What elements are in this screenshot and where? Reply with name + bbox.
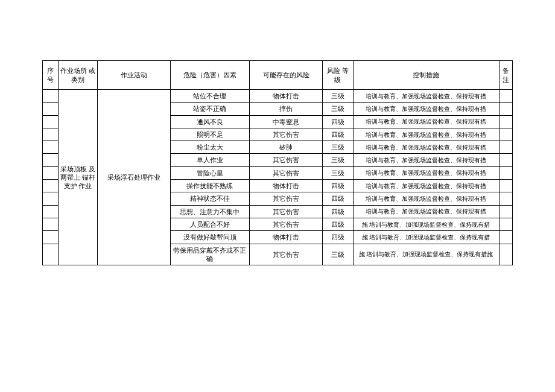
header-level: 风险 等级 (323, 61, 353, 90)
cell-hazard: 思想、注意力不集中 (170, 205, 249, 218)
cell-risk: 其它伤害 (250, 166, 323, 179)
cell-remark (499, 128, 512, 141)
cell-level: 四级 (323, 128, 353, 141)
cell-risk: 其它伤害 (250, 205, 323, 218)
cell-risk: 其它伤害 (250, 244, 323, 265)
cell-measure: 培训与教育、加强现场监督检查、保持现有措 (353, 166, 499, 179)
cell-measure: 施 培训与教育、加强现场监督检查、保持现有措施 (353, 244, 499, 265)
cell-level: 四级 (323, 180, 353, 192)
cell-hazard: 站姿不正确 (170, 103, 249, 115)
cell-seq (43, 180, 59, 192)
cell-seq (43, 218, 59, 230)
cell-remark (499, 244, 512, 265)
cell-measure: 培训与教育、加强现场监督检查、保持现有措 (353, 192, 499, 205)
cell-seq (43, 192, 59, 205)
cell-seq (43, 231, 59, 244)
cell-place: 采场顶板 及两帮上 锚杆支护 作业 (59, 90, 98, 265)
header-activity: 作业活动 (97, 61, 170, 90)
cell-seq (43, 166, 59, 179)
cell-measure: 培训与教育、加强现场监督检查、保持现有措 (353, 205, 499, 218)
cell-level: 三级 (323, 244, 353, 265)
cell-level: 三级 (323, 166, 353, 179)
header-measure: 控制措施 (353, 61, 499, 90)
cell-hazard: 操作技能不熟练 (170, 180, 249, 192)
cell-remark (499, 218, 512, 230)
cell-seq (43, 103, 59, 115)
cell-level: 四级 (323, 205, 353, 218)
cell-risk: 其它伤害 (250, 218, 323, 230)
cell-remark (499, 180, 512, 192)
cell-level: 三级 (323, 90, 353, 103)
cell-remark (499, 231, 512, 244)
cell-measure: 施 培训与教育、加强现场监督检查、保持现有措 (353, 218, 499, 230)
cell-hazard: 没有做好敲帮问顶 (170, 231, 249, 244)
cell-activity: 采场浮石处理作业 (97, 90, 170, 265)
cell-remark (499, 154, 512, 166)
header-risk: 可能存在的风险 (250, 61, 323, 90)
cell-risk: 物体打击 (250, 180, 323, 192)
cell-hazard: 人员配合不好 (170, 218, 249, 230)
table-body: 采场顶板 及两帮上 锚杆支护 作业采场浮石处理作业站位不合理物体打击三级培训与教… (43, 90, 513, 265)
cell-measure: 培训与教育、加强现场监督检查、保持现有措 (353, 141, 499, 154)
cell-level: 三级 (323, 103, 353, 115)
cell-hazard: 通风不良 (170, 115, 249, 128)
header-remark: 备注 (499, 61, 512, 90)
cell-remark (499, 90, 512, 103)
cell-risk: 物体打击 (250, 90, 323, 103)
cell-hazard: 劳保用品穿戴不齐或不正确 (170, 244, 249, 265)
cell-measure: 培训与教育、加强现场监督检查、保持现有措 (353, 154, 499, 166)
cell-measure: 培训与教育、加强现场监督检查、保持现有措 (353, 103, 499, 115)
cell-level: 四级 (323, 192, 353, 205)
cell-hazard: 照明不足 (170, 128, 249, 141)
cell-risk: 物体打击 (250, 231, 323, 244)
cell-hazard: 站位不合理 (170, 90, 249, 103)
cell-remark (499, 192, 512, 205)
cell-remark (499, 205, 512, 218)
cell-seq (43, 205, 59, 218)
cell-remark (499, 115, 512, 128)
cell-hazard: 冒险心里 (170, 166, 249, 179)
table-row: 采场顶板 及两帮上 锚杆支护 作业采场浮石处理作业站位不合理物体打击三级培训与教… (43, 90, 513, 103)
header-seq: 序 号 (43, 61, 59, 90)
cell-seq (43, 115, 59, 128)
cell-level: 四级 (323, 218, 353, 230)
cell-level: 三级 (323, 154, 353, 166)
cell-seq (43, 90, 59, 103)
cell-risk: 矽肺 (250, 141, 323, 154)
cell-level: 四级 (323, 115, 353, 128)
cell-hazard: 精神状态不佳 (170, 192, 249, 205)
cell-measure: 培训与教育、加强现场监督检查、保持现有措 (353, 128, 499, 141)
cell-measure: 培训与教育、加强现场监督检查、保持现有措 (353, 90, 499, 103)
risk-assessment-table: 序 号 作业场所 或类别 作业活动 危险（危害）因素 可能存在的风险 风险 等级… (42, 60, 513, 265)
table-header-row: 序 号 作业场所 或类别 作业活动 危险（危害）因素 可能存在的风险 风险 等级… (43, 61, 513, 90)
cell-risk: 其它伤害 (250, 192, 323, 205)
cell-remark (499, 103, 512, 115)
cell-seq (43, 244, 59, 265)
cell-seq (43, 128, 59, 141)
cell-level: 三级 (323, 141, 353, 154)
header-hazard: 危险（危害）因素 (170, 61, 249, 90)
cell-risk: 其它伤害 (250, 154, 323, 166)
cell-remark (499, 141, 512, 154)
cell-level: 四级 (323, 231, 353, 244)
cell-seq (43, 154, 59, 166)
cell-risk: 其它伤害 (250, 128, 323, 141)
cell-remark (499, 166, 512, 179)
header-place: 作业场所 或类别 (59, 61, 98, 90)
cell-measure: 施 培训与教育、加强现场监督检查、保持现有措 (353, 231, 499, 244)
cell-hazard: 单人作业 (170, 154, 249, 166)
cell-risk: 摔伤 (250, 103, 323, 115)
cell-measure: 培训与教育、加强现场监督检查、保持现有措 (353, 180, 499, 192)
cell-risk: 中毒窒息 (250, 115, 323, 128)
cell-hazard: 粉尘太大 (170, 141, 249, 154)
cell-seq (43, 141, 59, 154)
cell-measure: 培训与教育、加强现场监督检查、保持现有措 (353, 115, 499, 128)
